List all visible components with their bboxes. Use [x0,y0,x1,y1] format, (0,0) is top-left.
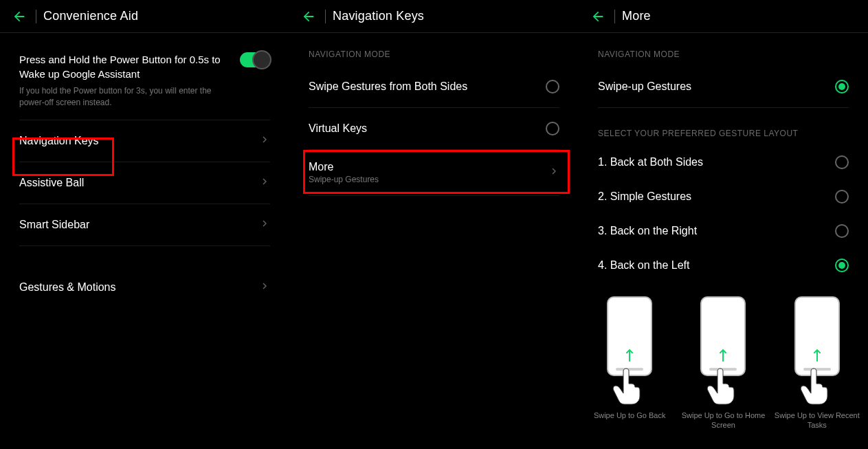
header-divider [36,10,36,23]
chevron-right-icon [259,281,270,294]
smart-sidebar-label: Smart Sidebar [19,219,248,231]
radio-unchecked[interactable] [835,190,849,204]
hand-icon [704,367,737,408]
back-button[interactable] [584,3,612,30]
page-title: Navigation Keys [333,9,424,23]
layout-option-2[interactable]: 2. Simple Gestures [579,179,868,214]
radio-unchecked[interactable] [546,80,559,94]
more-row[interactable]: More Swipe-up Gestures [289,150,579,195]
section-title: NAVIGATION MODE [579,33,868,66]
more-sublabel: Swipe-up Gestures [309,175,537,184]
back-button[interactable] [295,3,322,30]
phone-icon [700,296,746,376]
radio-unchecked[interactable] [546,122,559,135]
virtual-keys-label: Virtual Keys [309,122,535,135]
panel-convenience-aid: Convenience Aid Press and Hold the Power… [0,0,289,449]
panel-more: More NAVIGATION MODE Swipe-up Gestures S… [579,0,868,449]
smart-sidebar-row[interactable]: Smart Sidebar [0,204,289,245]
swipe-both-sides-label: Swipe Gestures from Both Sides [309,80,535,93]
chevron-right-icon [259,134,270,148]
section-title: NAVIGATION MODE [289,33,579,66]
gestures-motions-label: Gestures & Motions [19,281,248,294]
header: Navigation Keys [289,0,579,33]
navigation-keys-label: Navigation Keys [19,135,248,147]
radio-checked[interactable] [835,80,849,94]
phone-icon [607,296,652,376]
back-arrow-icon [301,9,316,24]
layout-option-4[interactable]: 4. Back on the Left [579,248,868,283]
opt1-label: 1. Back at Both Sides [598,156,824,168]
gesture-diagrams: Swipe Up to Go Back Swipe Up to Go to Ho… [579,283,868,437]
header-divider [325,10,326,23]
header-divider [614,10,615,23]
diagram-caption: Swipe Up to Go to Home Screen [679,410,767,430]
swipe-both-sides-row[interactable]: Swipe Gestures from Both Sides [289,66,579,107]
virtual-keys-row[interactable]: Virtual Keys [289,108,579,149]
diagram-caption: Swipe Up to Go Back [592,410,667,420]
assistive-ball-row[interactable]: Assistive Ball [0,162,289,204]
radio-checked[interactable] [835,259,849,272]
back-arrow-icon [590,9,605,24]
back-arrow-icon [12,9,27,24]
hand-icon [610,367,643,408]
swipe-up-gestures-row[interactable]: Swipe-up Gestures [579,66,868,107]
assistive-ball-label: Assistive Ball [19,177,248,189]
opt4-label: 4. Back on the Left [598,259,824,272]
navigation-keys-row[interactable]: Navigation Keys [0,120,289,162]
power-button-row[interactable]: Press and Hold the Power Button for 0.5s… [0,33,289,120]
gestures-motions-row[interactable]: Gestures & Motions [0,267,289,308]
phone-icon [794,296,840,376]
layout-option-1[interactable]: 1. Back at Both Sides [579,145,868,179]
diagram-caption: Swipe Up to View Recent Tasks [773,410,861,430]
back-button[interactable] [5,3,33,30]
power-button-label: Press and Hold the Power Button for 0.5s… [19,52,229,81]
diagram-back: Swipe Up to Go Back [586,296,674,430]
power-button-toggle[interactable] [240,52,270,67]
chevron-right-icon [259,176,270,190]
hand-icon [797,367,830,408]
opt2-label: 2. Simple Gestures [598,190,824,203]
layout-option-3[interactable]: 3. Back on the Right [579,214,868,248]
panel-navigation-keys: Navigation Keys NAVIGATION MODE Swipe Ge… [289,0,579,449]
diagram-home: Swipe Up to Go to Home Screen [679,296,767,430]
header: More [579,0,868,33]
header: Convenience Aid [0,0,289,33]
opt3-label: 3. Back on the Right [598,225,824,237]
radio-unchecked[interactable] [835,155,849,169]
more-label: More [309,161,537,173]
section-title: SELECT YOUR PREFERRED GESTURE LAYOUT [579,108,868,145]
swipe-up-gestures-label: Swipe-up Gestures [598,80,824,93]
chevron-right-icon [548,166,559,179]
power-button-desc: If you hold the Power button for 3s, you… [19,85,229,109]
page-title: More [622,9,651,23]
radio-unchecked[interactable] [835,224,849,238]
chevron-right-icon [259,218,270,232]
diagram-recent: Swipe Up to View Recent Tasks [773,296,861,430]
page-title: Convenience Aid [43,9,138,23]
